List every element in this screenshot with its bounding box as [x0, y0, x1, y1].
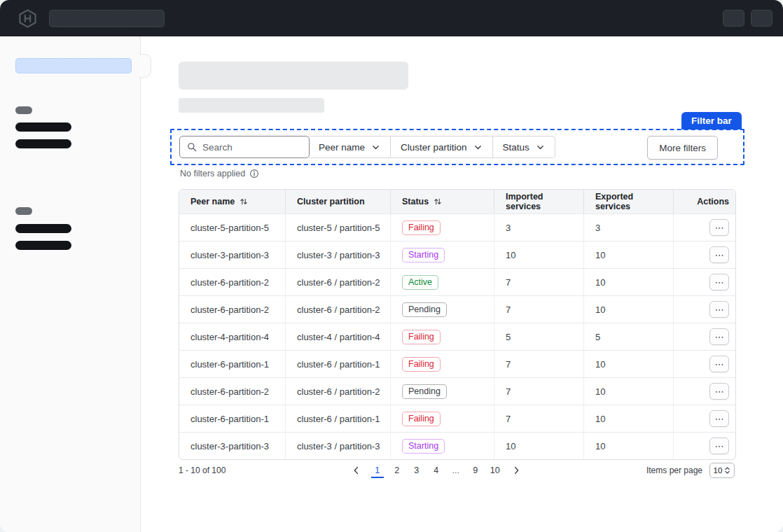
filter-bar-annotation-label: Filter bar	[681, 112, 742, 130]
cell-status: Failing	[390, 323, 494, 350]
sidebar-active-item-skeleton[interactable]	[15, 58, 132, 74]
sidebar-section-label-skeleton	[15, 207, 32, 215]
cell-cluster-partition: cluster-6 / partition-2	[285, 269, 390, 295]
sidebar-item-skeleton[interactable]	[15, 241, 71, 250]
row-actions-button[interactable]: ⋯	[709, 246, 729, 263]
cell-exported-services: 10	[583, 241, 673, 268]
table-row: cluster-3-partition-3cluster-3 / partiti…	[179, 432, 735, 459]
status-badge: Failing	[402, 330, 441, 344]
table-header-row: Peer nameCluster partitionStatusImported…	[179, 190, 735, 214]
cell-actions: ⋯	[673, 405, 735, 432]
column-header-status[interactable]: Status	[390, 190, 494, 214]
cell-actions: ⋯	[673, 323, 735, 350]
topnav-user-skeleton[interactable]	[751, 10, 772, 27]
column-header-label: Peer name	[190, 197, 235, 206]
sort-icon	[434, 197, 442, 206]
cell-status: Starting	[390, 241, 494, 268]
cell-status: Failing	[390, 214, 494, 241]
cell-imported-services: 7	[494, 405, 583, 432]
cell-status: Failing	[390, 405, 494, 432]
sort-icon	[240, 197, 248, 206]
row-actions-button[interactable]: ⋯	[709, 274, 729, 290]
cell-cluster-partition: cluster-6 / partition-2	[285, 296, 390, 323]
main-content: Filter bar Search Peer nameCluster parti…	[141, 36, 783, 532]
row-actions-button[interactable]: ⋯	[709, 410, 729, 427]
filter-dropdown-label: Status	[503, 142, 529, 153]
cell-peer-name: cluster-3-partition-3	[179, 433, 285, 459]
page-title-skeleton	[179, 62, 408, 90]
cell-cluster-partition: cluster-5 / partition-5	[285, 214, 390, 241]
table-body: cluster-5-partition-5cluster-5 / partiti…	[179, 214, 735, 459]
filter-dropdown-label: Peer name	[319, 142, 365, 153]
page-button-4[interactable]: 4	[430, 463, 443, 478]
column-header-cluster-partition: Cluster partition	[285, 190, 390, 214]
row-actions-button[interactable]: ⋯	[709, 383, 729, 400]
page-ellipsis: ...	[450, 463, 462, 478]
filter-dropdown-peer-name[interactable]: Peer name	[309, 136, 391, 158]
filter-dropdown-group: Peer nameCluster partitionStatus	[309, 136, 555, 158]
sidebar-item-skeleton[interactable]	[15, 139, 71, 148]
cell-exported-services: 10	[583, 433, 673, 459]
pagination-bar: 1 - 10 of 100 1234...910 Items per page	[179, 458, 735, 483]
topnav-search-skeleton[interactable]	[49, 10, 165, 27]
column-header-imported-services: Imported services	[494, 190, 583, 214]
sidebar-collapse-handle[interactable]	[139, 54, 151, 78]
sidebar-item-skeleton[interactable]	[15, 224, 71, 233]
status-badge: Failing	[402, 357, 441, 372]
row-actions-button[interactable]: ⋯	[709, 301, 729, 318]
cell-imported-services: 10	[494, 433, 583, 459]
cell-status: Failing	[390, 351, 494, 377]
filter-dropdown-status[interactable]: Status	[493, 136, 555, 158]
page-button-9[interactable]: 9	[469, 463, 482, 478]
status-badge: Failing	[402, 220, 441, 235]
app-window: Filter bar Search Peer nameCluster parti…	[0, 0, 783, 532]
cell-actions: ⋯	[673, 241, 735, 268]
cell-peer-name: cluster-4-partition-4	[179, 323, 285, 350]
filter-dropdown-cluster-partition[interactable]: Cluster partition	[391, 136, 493, 158]
table-row: cluster-3-partition-3cluster-3 / partiti…	[179, 241, 735, 268]
cell-imported-services: 7	[494, 296, 583, 323]
filters-applied-status: No filters applied	[180, 169, 259, 178]
page-button-10[interactable]: 10	[489, 463, 501, 478]
cell-imported-services: 7	[494, 269, 583, 295]
table-row: cluster-6-partition-1cluster-6 / partiti…	[179, 350, 735, 377]
table-row: cluster-6-partition-2cluster-6 / partiti…	[179, 295, 735, 323]
topnav-help-skeleton[interactable]	[723, 10, 744, 27]
cell-actions: ⋯	[673, 378, 735, 405]
next-page-button[interactable]	[508, 462, 525, 479]
cell-imported-services: 7	[494, 351, 583, 377]
cell-imported-services: 7	[494, 378, 583, 405]
cell-peer-name: cluster-6-partition-1	[179, 351, 285, 377]
row-actions-button[interactable]: ⋯	[709, 328, 729, 345]
page-button-2[interactable]: 2	[391, 463, 403, 478]
page-button-1[interactable]: 1	[371, 463, 384, 478]
cell-exported-services: 10	[583, 296, 673, 323]
chevron-down-icon	[536, 143, 545, 152]
row-actions-button[interactable]: ⋯	[709, 438, 729, 454]
hashicorp-logo-icon	[18, 9, 37, 28]
items-per-page-select[interactable]: 10	[709, 463, 735, 478]
cell-status: Starting	[390, 433, 494, 459]
search-input[interactable]: Search	[179, 136, 310, 158]
filter-dropdown-label: Cluster partition	[401, 142, 467, 153]
row-actions-button[interactable]: ⋯	[709, 356, 729, 372]
filter-bar: Search Peer nameCluster partitionStatus	[179, 136, 555, 158]
cell-imported-services: 5	[494, 323, 583, 350]
prev-page-button[interactable]	[348, 462, 365, 479]
column-header-exported-services: Exported services	[583, 190, 673, 214]
caret-updown-icon	[724, 466, 730, 475]
table-row: cluster-6-partition-2cluster-6 / partiti…	[179, 268, 735, 295]
column-header-peer-name[interactable]: Peer name	[179, 190, 285, 214]
row-actions-button[interactable]: ⋯	[709, 219, 729, 236]
info-icon[interactable]	[249, 169, 259, 178]
table-row: cluster-4-partition-4cluster-4 / partiti…	[179, 323, 735, 350]
cell-imported-services: 10	[494, 241, 583, 268]
chevron-right-icon	[511, 465, 521, 475]
page-button-3[interactable]: 3	[410, 463, 423, 478]
more-filters-button[interactable]: More filters	[647, 136, 718, 160]
cell-peer-name: cluster-6-partition-2	[179, 269, 285, 295]
peers-table: Peer nameCluster partitionStatusImported…	[179, 189, 736, 460]
cell-cluster-partition: cluster-6 / partition-1	[285, 405, 390, 432]
chevron-down-icon	[473, 143, 483, 152]
sidebar-item-skeleton[interactable]	[15, 122, 71, 132]
